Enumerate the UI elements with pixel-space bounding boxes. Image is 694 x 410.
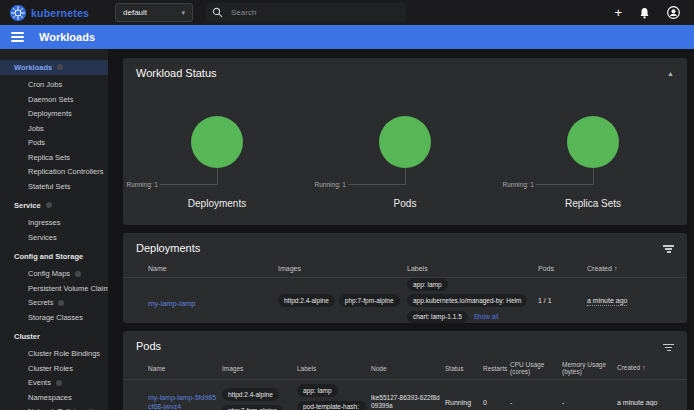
sidebar-item-network-policies[interactable]: Network Policies <box>0 405 108 410</box>
page-title: Workloads <box>39 31 95 43</box>
sidebar-item-service[interactable]: Service <box>0 198 108 213</box>
pod-row: my-lamp-lamp-5fd985cf68-jwvz4 httpd:2.4-… <box>123 380 687 410</box>
sidebar-item-persistent-volume-claims[interactable]: Persistent Volume Claims <box>0 281 108 296</box>
pie-label: Running: 1 <box>315 181 346 188</box>
deployment-name-link[interactable]: my-lamp-lamp <box>148 299 196 308</box>
collapse-arrow-icon[interactable]: ▲ <box>667 70 674 77</box>
sidebar-item-config-maps[interactable]: Config Maps <box>0 267 108 282</box>
column-header-name[interactable]: Name <box>148 365 222 372</box>
filter-icon[interactable] <box>663 342 674 352</box>
pods-pie-chart: Running: 1 Pods <box>311 116 499 216</box>
label-chip: app: lamp <box>407 278 448 291</box>
created-ago: a minute ago <box>617 399 657 406</box>
pie-label: Running: 1 <box>503 181 534 188</box>
column-header-images: Images <box>278 265 407 272</box>
sidebar-item-daemon-sets[interactable]: Daemon Sets <box>0 92 108 107</box>
sidebar-item-namespaces[interactable]: Namespaces <box>0 390 108 405</box>
sidebar-item-label: Ingresses <box>28 218 61 227</box>
sidebar-item-services[interactable]: Services <box>0 230 108 245</box>
sidebar-item-label: Secrets <box>28 298 53 307</box>
sidebar-item-label: Service <box>14 201 41 210</box>
deployments-pie-chart: Running: 1 Deployments <box>123 116 311 216</box>
sidebar-item-replica-sets[interactable]: Replica Sets <box>0 150 108 165</box>
sidebar-item-cluster-role-bindings[interactable]: Cluster Role Bindings <box>0 347 108 362</box>
sidebar-item-deployments[interactable]: Deployments <box>0 107 108 122</box>
column-header-labels: Labels <box>297 365 371 372</box>
column-header-status: Status <box>445 365 483 372</box>
pod-memory-usage: - <box>562 399 617 406</box>
sidebar-item-cron-jobs[interactable]: Cron Jobs <box>0 78 108 93</box>
chevron-down-icon: ▾ <box>182 9 186 17</box>
column-header-labels: Labels <box>407 265 538 272</box>
chart-title: Pods <box>311 198 499 209</box>
sidebar-item-ingresses[interactable]: Ingresses <box>0 216 108 231</box>
pie-slice-running <box>379 116 431 168</box>
sidebar-item-storage-classes[interactable]: Storage Classes <box>0 310 108 325</box>
chart-title: Replica Sets <box>499 198 687 209</box>
sidebar-item-label: Pods <box>28 138 45 147</box>
replica-sets-pie-chart: Running: 1 Replica Sets <box>499 116 687 216</box>
menu-hamburger-icon[interactable] <box>11 32 24 42</box>
main-content: Workload Status ▲ Running: 1 Deployments… <box>108 49 694 410</box>
brand-title: kubernetes <box>31 7 89 19</box>
namespace-selector[interactable]: default ▾ <box>115 3 193 22</box>
sidebar-item-cluster-roles[interactable]: Cluster Roles <box>0 361 108 376</box>
workload-status-card: Workload Status ▲ Running: 1 Deployments… <box>123 58 687 225</box>
pie-slice-running <box>567 116 619 168</box>
sidebar-item-label: Deployments <box>28 109 72 118</box>
sidebar-item-events[interactable]: Events <box>0 376 108 391</box>
sidebar-item-label: Daemon Sets <box>28 95 73 104</box>
notifications-bell-icon[interactable] <box>639 7 650 19</box>
create-resource-button[interactable]: + <box>614 6 622 19</box>
search-icon <box>212 7 223 18</box>
label-chip: chart: lamp-1.1.5 <box>407 311 468 324</box>
sidebar-item-jobs[interactable]: Jobs <box>0 121 108 136</box>
sidebar-item-secrets[interactable]: Secrets <box>0 296 108 311</box>
column-header-label: Created <box>587 265 612 272</box>
card-title: Workload Status <box>136 67 217 79</box>
column-header-label: Created <box>617 364 640 371</box>
sidebar-item-label: Persistent Volume Claims <box>28 284 108 293</box>
sort-ascending-icon: ↑ <box>614 265 618 272</box>
sidebar-item-label: Config Maps <box>28 269 70 278</box>
sidebar-section-cluster[interactable]: Cluster <box>0 329 108 344</box>
sidebar-item-replication-controllers[interactable]: Replication Controllers <box>0 165 108 180</box>
deployments-card: Deployments Name Images Labels Pods Crea… <box>123 233 687 323</box>
sidebar-item-label: Config and Storage <box>14 252 83 261</box>
search-input[interactable] <box>231 8 381 17</box>
pods-table-header: Name Images Labels Node Status Restarts … <box>123 357 687 380</box>
workload-status-charts: Running: 1 Deployments Running: 1 Pods R… <box>123 116 687 216</box>
sidebar-item-label: Storage Classes <box>28 313 83 322</box>
pods-card: Pods Name Images Labels Node Status Rest… <box>123 331 687 410</box>
deployment-row: my-lamp-lamp httpd:2.4-alpine php:7-fpm-… <box>123 278 687 323</box>
user-account-icon[interactable] <box>667 6 680 19</box>
show-all-link[interactable]: Show all <box>474 313 499 320</box>
sidebar-item-pods[interactable]: Pods <box>0 136 108 151</box>
card-title: Pods <box>136 340 161 352</box>
pod-name-link[interactable]: my-lamp-lamp-5fd985cf68-jwvz4 <box>148 393 218 410</box>
sidebar-item-stateful-sets[interactable]: Stateful Sets <box>0 179 108 194</box>
pods-count: 1 / 1 <box>538 297 587 304</box>
sidebar-item-label: Stateful Sets <box>28 182 71 191</box>
pod-status: Running <box>445 399 483 406</box>
column-header-name[interactable]: Name <box>148 265 278 272</box>
column-header-images: Images <box>222 365 297 372</box>
column-header-created[interactable]: Created↑ <box>617 364 687 372</box>
column-header-created[interactable]: Created↑ <box>587 265 687 272</box>
sidebar-item-label: Cluster <box>14 332 40 341</box>
filter-icon[interactable] <box>663 243 674 253</box>
top-actions: + <box>614 6 684 19</box>
image-chip: php:7-fpm-alpine <box>222 405 283 410</box>
namespaced-indicator-icon <box>57 64 63 70</box>
image-chip: httpd:2.4-alpine <box>222 388 279 401</box>
namespaced-indicator-icon <box>75 271 81 277</box>
column-header-pods: Pods <box>538 265 587 272</box>
namespaced-indicator-icon <box>46 202 52 208</box>
sidebar-section-config-and-storage[interactable]: Config and Storage <box>0 249 108 264</box>
sidebar-item-workloads[interactable]: Workloads <box>0 60 108 75</box>
sidebar-item-label: Workloads <box>14 63 52 72</box>
image-chip: php:7-fpm-alpine <box>339 294 400 307</box>
card-title: Deployments <box>136 242 200 254</box>
pie-slice-running <box>191 116 243 168</box>
column-header-node: Node <box>371 365 445 372</box>
